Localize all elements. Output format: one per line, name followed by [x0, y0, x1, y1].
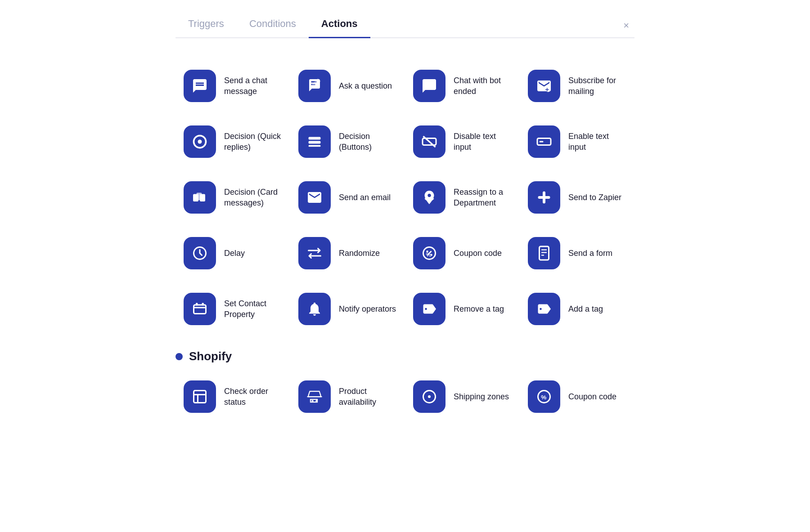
action-send-chat-message[interactable]: Send a chat message — [176, 60, 290, 112]
action-ask-question[interactable]: Ask a question — [290, 60, 405, 112]
disable-input-icon — [413, 125, 446, 158]
action-send-to-zapier[interactable]: Send to Zapier — [520, 171, 634, 224]
action-chat-with-bot-ended[interactable]: Chat with bot ended — [405, 60, 520, 112]
action-label-reassign-department: Reassign to a Department — [454, 187, 512, 209]
action-label-shopify-coupon: Coupon code — [568, 391, 616, 402]
action-label-shipping-zones: Shipping zones — [454, 391, 509, 402]
randomize-icon — [298, 237, 331, 269]
action-send-form[interactable]: Send a form — [520, 227, 634, 279]
action-send-email[interactable]: Send an email — [290, 171, 405, 224]
action-label-notify-operators: Notify operators — [339, 304, 396, 314]
action-enable-text-input[interactable]: Enable text input — [520, 116, 634, 168]
shopify-grid: Check order status Product availability … — [176, 371, 634, 423]
svg-rect-18 — [540, 246, 549, 260]
tab-actions[interactable]: Actions — [309, 13, 370, 38]
coupon-icon: % — [413, 237, 446, 269]
zapier-icon — [528, 181, 560, 214]
form-icon — [528, 237, 560, 269]
action-decision-buttons[interactable]: Decision (Buttons) — [290, 116, 405, 168]
svg-rect-5 — [309, 145, 321, 147]
action-label-decision-buttons: Decision (Buttons) — [339, 131, 397, 153]
action-add-tag[interactable]: Add a tag — [520, 283, 634, 335]
action-label-remove-tag: Remove a tag — [454, 304, 504, 314]
action-decision-card-messages[interactable]: Decision (Card messages) — [176, 171, 290, 224]
svg-rect-25 — [194, 391, 206, 403]
svg-point-27 — [315, 400, 318, 402]
svg-rect-4 — [309, 141, 321, 144]
action-check-order-status[interactable]: Check order status — [176, 371, 290, 423]
contact-property-icon — [184, 293, 216, 325]
svg-rect-23 — [196, 303, 198, 306]
bot-ended-icon — [413, 70, 446, 102]
close-button[interactable]: × — [618, 17, 634, 34]
action-label-subscribe-for-mailing: Subscribe for mailing — [568, 75, 626, 97]
action-label-enable-text-input: Enable text input — [568, 131, 626, 153]
svg-point-2 — [198, 140, 202, 144]
remove-tag-icon — [413, 293, 446, 325]
shipping-icon — [413, 380, 446, 413]
action-randomize[interactable]: Randomize — [290, 227, 405, 279]
action-label-set-contact-property: Set Contact Property — [224, 298, 282, 320]
action-coupon-code[interactable]: % Coupon code — [405, 227, 520, 279]
ask-icon — [298, 70, 331, 102]
order-icon — [184, 380, 216, 413]
add-tag-icon — [528, 293, 560, 325]
action-disable-text-input[interactable]: Disable text input — [405, 116, 520, 168]
svg-point-26 — [311, 400, 314, 402]
svg-rect-3 — [309, 137, 321, 140]
email-icon — [298, 181, 331, 214]
action-label-send-to-zapier: Send to Zapier — [568, 192, 621, 203]
action-product-availability[interactable]: Product availability — [290, 371, 405, 423]
svg-rect-24 — [202, 303, 204, 306]
action-decision-quick-replies[interactable]: Decision (Quick replies) — [176, 116, 290, 168]
svg-rect-14 — [543, 192, 545, 204]
tab-conditions[interactable]: Conditions — [237, 13, 309, 38]
action-shopify-coupon[interactable]: % Coupon code — [520, 371, 634, 423]
product-icon — [298, 380, 331, 413]
chat-icon — [184, 70, 216, 102]
action-subscribe-for-mailing[interactable]: Subscribe for mailing — [520, 60, 634, 112]
tab-bar: Triggers Conditions Actions × — [176, 13, 634, 38]
svg-rect-22 — [194, 305, 206, 314]
svg-text:%: % — [426, 251, 432, 258]
enable-input-icon — [528, 125, 560, 158]
shopify-section-label: Shopify — [189, 349, 232, 363]
action-label-disable-text-input: Disable text input — [454, 131, 512, 153]
action-label-check-order-status: Check order status — [224, 386, 282, 408]
action-label-decision-card-messages: Decision (Card messages) — [224, 187, 282, 209]
action-shipping-zones[interactable]: Shipping zones — [405, 371, 520, 423]
action-label-send-chat-message: Send a chat message — [224, 75, 282, 97]
svg-point-29 — [428, 395, 431, 398]
action-label-coupon-code: Coupon code — [454, 248, 502, 259]
svg-rect-12 — [197, 193, 202, 201]
action-label-send-email: Send an email — [339, 192, 391, 203]
action-reassign-department[interactable]: Reassign to a Department — [405, 171, 520, 224]
buttons-icon — [298, 125, 331, 158]
shopify-dot — [176, 353, 183, 360]
svg-text:%: % — [541, 394, 546, 401]
reassign-icon — [413, 181, 446, 214]
delay-icon — [184, 237, 216, 269]
action-delay[interactable]: Delay — [176, 227, 290, 279]
shopify-section-header: Shopify — [176, 349, 634, 363]
notify-icon — [298, 293, 331, 325]
action-label-send-form: Send a form — [568, 248, 612, 259]
action-label-delay: Delay — [224, 248, 245, 259]
action-remove-tag[interactable]: Remove a tag — [405, 283, 520, 335]
action-label-randomize: Randomize — [339, 248, 380, 259]
action-set-contact-property[interactable]: Set Contact Property — [176, 283, 290, 335]
shopify-coupon-icon: % — [528, 380, 560, 413]
tab-triggers[interactable]: Triggers — [176, 13, 237, 38]
action-label-ask-question: Ask a question — [339, 80, 392, 91]
subscribe-icon — [528, 70, 560, 102]
action-label-decision-quick-replies: Decision (Quick replies) — [224, 131, 282, 153]
action-label-chat-with-bot-ended: Chat with bot ended — [454, 75, 512, 97]
card-messages-icon — [184, 181, 216, 214]
action-label-add-tag: Add a tag — [568, 304, 603, 314]
action-notify-operators[interactable]: Notify operators — [290, 283, 405, 335]
action-label-product-availability: Product availability — [339, 386, 397, 408]
actions-grid: Send a chat message Ask a question Chat … — [176, 60, 634, 335]
quick-replies-icon — [184, 125, 216, 158]
